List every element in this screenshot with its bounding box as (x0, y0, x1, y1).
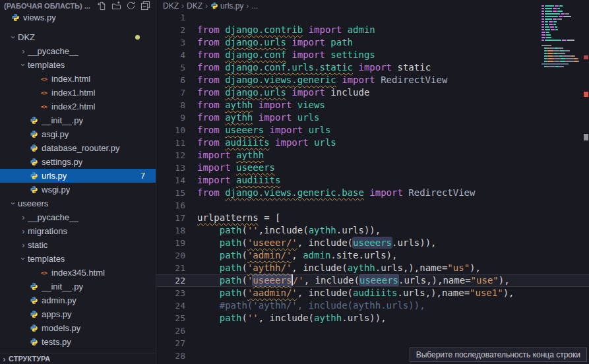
line-number[interactable]: 1 (156, 11, 185, 24)
tree-file-wsgi.py[interactable]: wsgi.py (0, 183, 156, 197)
line-number[interactable]: 12 (156, 149, 185, 162)
tree-file-urls.py[interactable]: urls.py7 (0, 169, 156, 183)
line-number[interactable]: 16 (156, 199, 185, 212)
code-line-14[interactable]: 14import audiiits (156, 174, 589, 187)
code-line-8[interactable]: 8from aythh import views (156, 99, 589, 111)
collapse-all-icon[interactable] (140, 1, 150, 11)
code-line-26[interactable]: 26 (156, 324, 589, 337)
code-line-1[interactable]: 1 (156, 11, 589, 24)
line-number[interactable]: 4 (156, 49, 185, 61)
code-token: urlpatterns (197, 212, 259, 223)
tree-item-label: index2.html (51, 102, 95, 111)
line-number[interactable]: 6 (156, 74, 185, 86)
code-line-5[interactable]: 5from django.conf.urls.static import sta… (156, 61, 589, 74)
line-number[interactable]: 9 (156, 111, 185, 124)
code-line-12[interactable]: 12import aythh (156, 149, 589, 162)
line-number[interactable]: 25 (156, 312, 185, 324)
line-number[interactable]: 13 (156, 162, 185, 174)
code-line-7[interactable]: 7from django.urls import include (156, 86, 589, 99)
line-number[interactable]: 28 (156, 349, 185, 362)
code-line-15[interactable]: 15from django.views.generic.base import … (156, 187, 589, 199)
line-number[interactable]: 7 (156, 86, 185, 99)
tree-folder-useeers[interactable]: ›useeers (0, 197, 156, 210)
line-number[interactable]: 14 (156, 174, 185, 187)
code-line-6[interactable]: 6from django.views.generic import Redire… (156, 74, 589, 86)
tree-folder-static[interactable]: ›static (0, 238, 156, 252)
minimap[interactable] (542, 2, 580, 76)
line-number[interactable]: 3 (156, 36, 185, 49)
line-number[interactable]: 11 (156, 136, 185, 149)
tree-file-database_roouter.py[interactable]: database_roouter.py (0, 141, 156, 155)
tree-file-apps.py[interactable]: apps.py (0, 307, 156, 321)
line-content: path('', include(aythh.urls)), (185, 312, 387, 324)
line-number[interactable]: 24 (156, 299, 185, 312)
tree-file-__init__.py[interactable]: __init__.py (0, 280, 156, 293)
tree-folder-DKZ[interactable]: ›DKZ (0, 30, 156, 44)
code-line-3[interactable]: 3from django.urls import path (156, 36, 589, 49)
code-line-9[interactable]: 9from aythh import urls (156, 111, 589, 124)
code-line-4[interactable]: 4from django.conf import settings (156, 49, 589, 61)
tree-file-index.html[interactable]: <>index.html (0, 72, 156, 86)
code-token: ( (342, 262, 347, 273)
tree-file-__init__.py[interactable]: __init__.py (0, 113, 156, 127)
line-number[interactable]: 20 (156, 249, 185, 262)
line-number[interactable]: 26 (156, 324, 185, 337)
breadcrumb-item[interactable]: DKZ (187, 1, 202, 11)
code-line-21[interactable]: 21 path('aythh/', include(aythh.urls,),n… (156, 262, 589, 274)
line-number[interactable]: 22 (156, 274, 185, 287)
tree-file-tests.py[interactable]: tests.py (0, 335, 156, 349)
tree-file-asgi.py[interactable]: asgi.py (0, 127, 156, 141)
code-line-2[interactable]: 2from django.contrib import admin (156, 24, 589, 36)
tree-folder-__pycache__[interactable]: ›__pycache__ (0, 44, 156, 58)
code-line-11[interactable]: 11from audiiits import urls (156, 136, 589, 149)
code-line-24[interactable]: 24 #path('aythh/', include(aythh.urls)), (156, 299, 589, 312)
code-token: audiiits (236, 175, 280, 185)
line-number[interactable]: 10 (156, 124, 185, 136)
code-line-17[interactable]: 17urlpatterns = [ (156, 212, 589, 224)
code-line-19[interactable]: 19 path('useeer/', include(useeers.urls)… (156, 237, 589, 249)
refresh-icon[interactable] (126, 1, 136, 11)
outline-section-header[interactable]: › СТРУКТУРА (0, 353, 156, 364)
tree-file-admin.py[interactable]: admin.py (0, 293, 156, 307)
line-number[interactable]: 5 (156, 61, 185, 74)
new-file-icon[interactable] (97, 1, 107, 11)
line-number[interactable]: 8 (156, 99, 185, 111)
code-line-10[interactable]: 10from useeers import urls (156, 124, 589, 136)
line-number[interactable]: 15 (156, 187, 185, 199)
code-line-20[interactable]: 20 path('admin/', admin.site.urls), (156, 249, 589, 262)
line-number[interactable]: 19 (156, 237, 185, 249)
explorer-section-header[interactable]: (РАБОЧАЯ ОБЛАСТЬ) ... (0, 0, 156, 11)
overview-ruler[interactable] (583, 0, 589, 364)
code-line-18[interactable]: 18 path('',include(aythh.urls)), (156, 224, 589, 237)
tree-folder-migrations[interactable]: ›migrations (0, 224, 156, 238)
tree-file-index345.html[interactable]: <>index345.html (0, 266, 156, 280)
breadcrumb-item[interactable]: DKZ (163, 1, 179, 11)
line-number[interactable]: 21 (156, 262, 185, 274)
code-token: useeers (353, 237, 392, 248)
tree-folder-templates[interactable]: ›templates (0, 58, 156, 72)
code-line-22[interactable]: 22 path('useeers/', include(useeers.urls… (156, 274, 589, 287)
breadcrumb-item[interactable]: ... (251, 1, 258, 11)
breadcrumb-item[interactable]: urls.py (210, 1, 243, 11)
line-number[interactable]: 17 (156, 212, 185, 224)
code-token: import (292, 37, 325, 47)
tree-file-settings.py[interactable]: settings.py (0, 155, 156, 169)
line-number[interactable]: 27 (156, 337, 185, 349)
tree-file-index2.html[interactable]: <>index2.html (0, 100, 156, 113)
code-line-13[interactable]: 13import useeers (156, 162, 589, 174)
tree-folder-templates[interactable]: ›templates (0, 252, 156, 266)
code-line-16[interactable]: 16 (156, 199, 589, 212)
code-line-23[interactable]: 23 path('aadmin/', include(audiiits.urls… (156, 287, 589, 299)
line-number[interactable]: 23 (156, 287, 185, 299)
tree-file-views.py[interactable]: views.py (0, 11, 156, 24)
line-number[interactable]: 18 (156, 224, 185, 237)
code-line-25[interactable]: 25 path('', include(aythh.urls)), (156, 312, 589, 324)
tree-folder-__pycache__[interactable]: ›__pycache__ (0, 210, 156, 224)
tree-file-index1.html[interactable]: <>index1.html (0, 86, 156, 100)
python-icon (29, 282, 39, 291)
new-folder-icon[interactable] (111, 1, 121, 11)
code-area[interactable]: 12from django.contrib import admin3from … (156, 11, 589, 364)
code-token: "us" (447, 262, 470, 273)
tree-file-models.py[interactable]: models.py (0, 321, 156, 335)
line-number[interactable]: 2 (156, 24, 185, 36)
